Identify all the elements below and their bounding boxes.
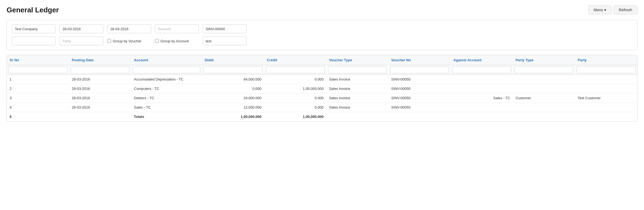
to-date-input[interactable] xyxy=(107,24,151,33)
table-cell: 0.000 xyxy=(264,103,326,112)
filter-against-account[interactable] xyxy=(452,66,511,73)
page-title: General Ledger xyxy=(7,6,59,14)
table-cell: 3 xyxy=(7,93,69,103)
company-input[interactable] xyxy=(12,24,56,33)
table-row[interactable]: 128-03-2016Accumulated Depreciation - TC… xyxy=(7,75,637,84)
col-against-account: Against Account xyxy=(451,55,513,65)
table-cell: Sales Invoice xyxy=(326,93,389,103)
table-cell: Sales Invoice xyxy=(326,84,389,93)
table-row[interactable]: 228-03-2016Computers - TC0.0001,00,000.0… xyxy=(7,84,637,93)
table-cell: 64,000.000 xyxy=(202,75,264,84)
finance-book-input[interactable] xyxy=(12,37,56,45)
filter-party-type[interactable] xyxy=(515,66,574,73)
table-cell xyxy=(451,103,513,112)
table-cell xyxy=(451,112,513,121)
table-cell: 28-03-2016 xyxy=(69,75,131,84)
table-cell: 5 xyxy=(7,112,69,121)
filter-account[interactable] xyxy=(133,66,200,73)
table-filter-row xyxy=(7,65,637,75)
filters-section: Group by Voucher Group by Account xyxy=(7,20,637,50)
group-by-account-text: Group by Account xyxy=(160,39,189,43)
table-cell: 1 xyxy=(7,75,69,84)
group-by-voucher-checkbox[interactable] xyxy=(107,39,111,43)
table-cell xyxy=(513,103,575,112)
table-cell: 28-03-2016 xyxy=(69,84,131,93)
table-cell: Sales - TC xyxy=(131,103,202,112)
filter-row-1 xyxy=(12,24,632,33)
table-cell xyxy=(69,112,131,121)
table-cell xyxy=(575,103,637,112)
table-cell xyxy=(388,112,451,121)
table-cell: Test Customer xyxy=(575,93,637,103)
table-cell: Accumulated Depreciation - TC xyxy=(131,75,202,84)
table-cell: 0.000 xyxy=(264,93,326,103)
top-buttons: Menu ▾ Refresh xyxy=(588,5,637,14)
table-cell xyxy=(575,84,637,93)
table-row[interactable]: 328-03-2016Debtors - TC24,000.0000.000Sa… xyxy=(7,93,637,103)
table-cell: 12,000.000 xyxy=(202,103,264,112)
ledger-table: Sr No Posting Date Account Debit Credit … xyxy=(7,55,637,121)
col-credit: Credit xyxy=(264,55,326,65)
table-cell xyxy=(575,112,637,121)
menu-button[interactable]: Menu ▾ xyxy=(588,5,611,14)
table-cell: 0.000 xyxy=(202,84,264,93)
filter-sr-no[interactable] xyxy=(9,66,67,73)
filter-voucher-type[interactable] xyxy=(328,66,387,73)
col-account: Account xyxy=(131,55,202,65)
table-cell: SINV-00050 xyxy=(388,103,451,112)
table-cell xyxy=(575,75,637,84)
table-cell: 1,00,000.000 xyxy=(264,112,326,121)
from-date-input[interactable] xyxy=(60,24,103,33)
table-cell: Totals xyxy=(131,112,202,121)
group-by-voucher-text: Group by Voucher xyxy=(113,39,142,43)
table-cell xyxy=(513,75,575,84)
filter-debit[interactable] xyxy=(204,66,262,73)
table-cell: 1,00,000.000 xyxy=(202,112,264,121)
table-cell: 28-03-2016 xyxy=(69,103,131,112)
col-voucher-type: Voucher Type xyxy=(326,55,389,65)
table-cell: 2 xyxy=(7,84,69,93)
table-cell xyxy=(326,112,389,121)
voucher-no-input[interactable] xyxy=(203,24,247,33)
table-cell: 4 xyxy=(7,103,69,112)
table-cell: Debtors - TC xyxy=(131,93,202,103)
filter-party[interactable] xyxy=(577,66,635,73)
table-row[interactable]: 5Totals1,00,000.0001,00,000.000 xyxy=(7,112,637,121)
table-cell: 0.000 xyxy=(264,75,326,84)
table-row[interactable]: 428-03-2016Sales - TC12,000.0000.000Sale… xyxy=(7,103,637,112)
group-by-account-checkbox[interactable] xyxy=(155,39,159,43)
table-cell: SINV-00050 xyxy=(388,93,451,103)
table-cell xyxy=(513,84,575,93)
table-container: Sr No Posting Date Account Debit Credit … xyxy=(7,55,637,121)
filter-voucher-no[interactable] xyxy=(390,66,449,73)
table-cell: 24,000.000 xyxy=(202,93,264,103)
table-cell: 1,00,000.000 xyxy=(264,84,326,93)
filter-row-2: Group by Voucher Group by Account xyxy=(12,37,632,45)
table-cell: SINV-00050 xyxy=(388,84,451,93)
table-cell: Sales Invoice xyxy=(326,75,389,84)
table-cell xyxy=(451,75,513,84)
col-party-type: Party Type xyxy=(513,55,575,65)
col-posting-date: Posting Date xyxy=(69,55,131,65)
table-cell: Sales - TC xyxy=(451,93,513,103)
col-debit: Debit xyxy=(202,55,264,65)
account-input[interactable] xyxy=(155,24,199,33)
col-voucher-no: Voucher No xyxy=(388,55,451,65)
group-by-voucher-label[interactable]: Group by Voucher xyxy=(107,39,151,43)
table-header-row: Sr No Posting Date Account Debit Credit … xyxy=(7,55,637,65)
top-bar: General Ledger Menu ▾ Refresh xyxy=(7,5,637,14)
filter-credit[interactable] xyxy=(266,66,325,73)
filter-posting-date[interactable] xyxy=(71,66,130,73)
col-sr-no: Sr No xyxy=(7,55,69,65)
party-input[interactable] xyxy=(60,37,103,45)
table-cell xyxy=(513,112,575,121)
group-by-account-label[interactable]: Group by Account xyxy=(155,39,199,43)
col-party: Party xyxy=(575,55,637,65)
refresh-button[interactable]: Refresh xyxy=(614,5,637,14)
remarks-input[interactable] xyxy=(203,37,247,45)
table-cell: Computers - TC xyxy=(131,84,202,93)
table-cell: Customer xyxy=(513,93,575,103)
table-cell: Sales Invoice xyxy=(326,103,389,112)
table-cell: SINV-00050 xyxy=(388,75,451,84)
table-cell: 28-03-2016 xyxy=(69,93,131,103)
